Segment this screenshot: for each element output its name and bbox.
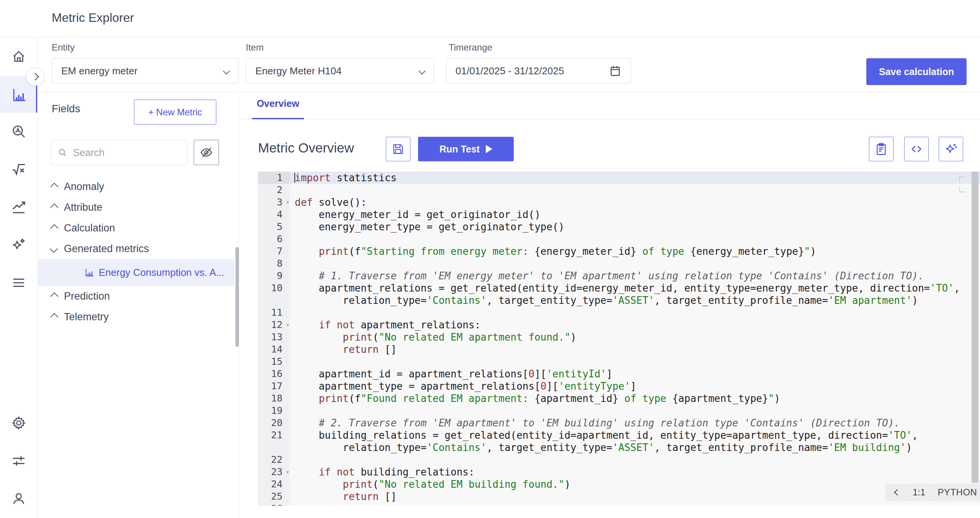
new-metric-button[interactable]: + New Metric <box>134 100 216 125</box>
tree-section-calculation[interactable]: Calculation <box>38 218 236 238</box>
tree-section-prediction[interactable]: Prediction <box>38 286 236 307</box>
sidebar-item-menu[interactable] <box>0 272 37 293</box>
code-line[interactable] <box>290 356 980 368</box>
gutter-line-number[interactable]: 25 <box>258 490 290 503</box>
ai-assist-button[interactable] <box>939 137 963 161</box>
editor-line[interactable]: 25 return [] <box>258 490 980 503</box>
editor-line[interactable]: 1import statistics <box>258 172 980 184</box>
editor-line[interactable]: 13 print("No related EM apartment found.… <box>258 331 980 343</box>
code-line[interactable]: # 2. Traverse from 'EM apartment' to 'EM… <box>290 417 980 429</box>
editor-line[interactable]: 18 print(f"Found related EM apartment: {… <box>258 392 980 405</box>
tree-item-energy-consumption-vs-a[interactable]: Energy Consumption vs. A... <box>38 259 234 286</box>
gutter-line-number[interactable]: 19 <box>258 405 290 417</box>
gutter-line-number[interactable]: 20 <box>258 417 290 429</box>
timerange-picker[interactable]: 01/01/2025 - 31/12/2025 <box>446 58 631 84</box>
save-calculation-button[interactable]: Save calculation <box>866 58 967 85</box>
fields-panel-scrollbar[interactable] <box>235 247 239 347</box>
sidebar-item-ai[interactable] <box>0 234 37 256</box>
tab-overview[interactable]: Overview <box>252 98 304 109</box>
editor-line[interactable]: 12▾ if not apartment_relations: <box>258 319 980 331</box>
gutter-line-number[interactable]: 13 <box>258 331 290 343</box>
copy-clipboard-button[interactable] <box>869 137 893 161</box>
tree-section-telemetry[interactable]: Telemetry <box>38 307 236 327</box>
code-line[interactable]: if not apartment_relations: <box>290 319 980 331</box>
code-line[interactable] <box>290 307 980 319</box>
code-line[interactable]: # 1. Traverse from 'EM energy meter' to … <box>290 270 980 282</box>
editor-line[interactable]: relation_type='Contains', target_entity_… <box>258 294 980 307</box>
gutter-line-number[interactable]: 3▾ <box>258 196 290 208</box>
code-line[interactable]: print(f"Found related EM apartment: {apa… <box>290 392 980 405</box>
code-line[interactable]: if not building_relations: <box>290 466 980 478</box>
fullscreen-toggle-icon[interactable] <box>959 187 965 192</box>
code-view-button[interactable] <box>904 137 929 161</box>
gutter-line-number[interactable]: 4 <box>258 208 290 221</box>
gutter-line-number[interactable]: 11 <box>258 307 290 319</box>
gutter-line-number[interactable]: 14 <box>258 343 290 356</box>
gutter-line-number[interactable]: 23▾ <box>258 466 290 478</box>
editor-line[interactable]: 19 <box>258 405 980 417</box>
gutter-line-number[interactable]: 16 <box>258 368 290 380</box>
code-line[interactable] <box>290 503 980 506</box>
editor-line[interactable]: 26 <box>258 503 980 506</box>
code-line[interactable] <box>290 454 980 466</box>
sidebar-item-metric-explorer[interactable] <box>0 84 37 106</box>
chevron-left-icon[interactable] <box>894 489 901 496</box>
editor-line[interactable]: 22 <box>258 454 980 466</box>
sidebar-item-preferences[interactable] <box>0 450 37 472</box>
code-line[interactable]: print("No related EM building found.") <box>290 478 980 490</box>
gutter-line-number[interactable]: 22 <box>258 454 290 466</box>
code-line[interactable]: energy_meter_type = get_originator_type(… <box>290 221 980 233</box>
sidebar-item-anomaly-search[interactable] <box>0 121 37 142</box>
item-select[interactable]: Energy Meter H104 <box>246 58 434 84</box>
code-line[interactable]: return [] <box>290 490 980 503</box>
code-line[interactable]: import statistics <box>290 172 980 184</box>
entity-select[interactable]: EM energy meter <box>52 58 238 84</box>
code-line[interactable]: def solve(): <box>290 196 980 208</box>
sidebar-item-trend[interactable] <box>0 196 37 218</box>
gutter-line-number[interactable] <box>258 294 290 307</box>
gutter-line-number[interactable]: 6 <box>258 233 290 245</box>
editor-line[interactable]: relation_type='Contains', target_entity_… <box>258 441 980 454</box>
tree-section-generated-metrics[interactable]: Generated metrics <box>38 238 236 259</box>
run-test-button[interactable]: Run Test <box>418 137 514 161</box>
editor-line[interactable]: 2 <box>258 184 980 196</box>
editor-line[interactable]: 11 <box>258 307 980 319</box>
gutter-line-number[interactable]: 1 <box>258 172 290 184</box>
code-line[interactable]: relation_type='Contains', target_entity_… <box>290 294 980 307</box>
gutter-line-number[interactable]: 18 <box>258 392 290 405</box>
code-line[interactable]: apartment_relations = get_related(entity… <box>290 282 980 294</box>
tree-section-anomaly[interactable]: Anomaly <box>38 176 236 197</box>
search-input[interactable] <box>72 146 180 159</box>
editor-line[interactable]: 23▾ if not building_relations: <box>258 466 980 478</box>
editor-line[interactable]: 16 apartment_id = apartment_relations[0]… <box>258 368 980 380</box>
toggle-hidden-fields-button[interactable] <box>194 140 219 165</box>
fold-arrow-icon[interactable]: ▾ <box>286 196 289 208</box>
tree-section-attribute[interactable]: Attribute <box>38 197 236 218</box>
fold-arrow-icon[interactable]: ▾ <box>286 319 289 331</box>
sidebar-item-settings[interactable] <box>0 412 37 434</box>
gutter-line-number[interactable]: 9 <box>258 270 290 282</box>
gutter-line-number[interactable]: 15 <box>258 356 290 368</box>
editor-line[interactable]: 24 print("No related EM building found."… <box>258 478 980 490</box>
code-line[interactable]: energy_meter_id = get_originator_id() <box>290 208 980 221</box>
code-line[interactable]: relation_type='Contains', target_entity_… <box>290 441 980 454</box>
editor-scrollbar[interactable] <box>972 172 978 483</box>
code-line[interactable]: apartment_id = apartment_relations[0]['e… <box>290 368 980 380</box>
gutter-line-number[interactable]: 2 <box>258 184 290 196</box>
editor-line[interactable]: 20 # 2. Traverse from 'EM apartment' to … <box>258 417 980 429</box>
code-line[interactable]: print(f"Starting from energy meter: {ene… <box>290 245 980 257</box>
code-line[interactable]: apartment_type = apartment_relations[0][… <box>290 380 980 392</box>
gutter-line-number[interactable] <box>258 441 290 454</box>
gutter-line-number[interactable]: 21 <box>258 429 290 441</box>
sidebar-item-profile[interactable] <box>0 488 37 510</box>
editor-line[interactable]: 4 energy_meter_id = get_originator_id() <box>258 208 980 221</box>
code-line[interactable]: building_relations = get_related(entity_… <box>290 429 980 441</box>
gutter-line-number[interactable]: 5 <box>258 221 290 233</box>
editor-line[interactable]: 8 <box>258 257 980 270</box>
save-metric-button[interactable] <box>386 137 410 161</box>
gutter-line-number[interactable]: 17 <box>258 380 290 392</box>
code-editor[interactable]: 1import statistics23▾def solve():4 energ… <box>258 172 980 506</box>
gutter-line-number[interactable]: 8 <box>258 257 290 270</box>
editor-line[interactable]: 6 <box>258 233 980 245</box>
sidebar-item-formula[interactable] <box>0 159 37 180</box>
